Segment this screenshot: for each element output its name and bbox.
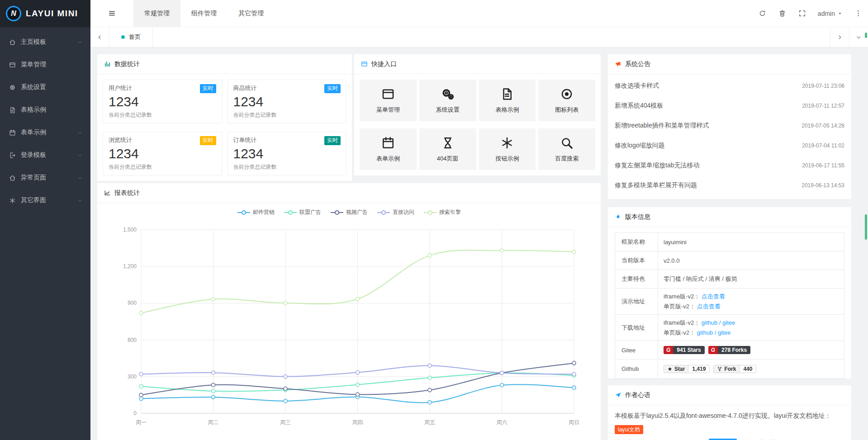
clear-cache-button[interactable]	[773, 0, 792, 27]
link-download-onepage-gitee[interactable]: gitee	[718, 329, 730, 336]
header-nav: 常规管理组件管理其它管理	[133, 0, 275, 27]
version-row-label: 演示地址	[615, 289, 658, 314]
legend-item-联盟广告[interactable]: 联盟广告	[284, 208, 321, 216]
fullscreen-button[interactable]	[792, 0, 812, 27]
svg-text:周四: 周四	[352, 419, 363, 426]
badge-gitee-forks[interactable]: G278 Forks	[708, 346, 750, 354]
svg-text:1,200: 1,200	[123, 263, 137, 270]
announcement-item: 修复多模块菜单栏展开有问题2019-06-13 14:53	[608, 175, 851, 195]
svg-text:周日: 周日	[569, 419, 579, 426]
header-nav-component-management[interactable]: 组件管理	[180, 0, 228, 27]
author-card-header: 作者心语	[608, 385, 851, 405]
window-icon	[381, 87, 395, 101]
stat-box-users: 用户统计实时1234当前分类总记录数	[103, 80, 222, 123]
badge-github-fork[interactable]: Fork440	[713, 365, 756, 373]
quick-entry-system-settings[interactable]: 系统设置	[419, 80, 476, 121]
fork-icon	[717, 366, 722, 372]
chart-card-header: 报表统计	[97, 183, 601, 203]
svg-text:300: 300	[128, 374, 137, 380]
sidebar-item-other-ui[interactable]: 其它界面	[0, 189, 90, 212]
legend-item-邮件营销[interactable]: 邮件营销	[237, 208, 275, 216]
header-nav-other-management[interactable]: 其它管理	[228, 0, 275, 27]
tab-home[interactable]: 首页	[109, 27, 153, 47]
link-demo-iframe-v2[interactable]: 点击查看	[702, 293, 725, 300]
star-icon	[667, 366, 673, 372]
quick-entry-baidu-search[interactable]: 百度搜索	[538, 128, 595, 170]
calendar-icon	[381, 136, 395, 150]
tabbar: 首页	[90, 27, 868, 47]
announcements-card-header: 系统公告	[608, 54, 851, 74]
announcement-item: 新增treetable插件和菜单管理样式2019-07-05 14:28	[608, 116, 851, 136]
announcement-item: 修复左侧菜单缩放tab无法移动2019-06-17 11:55	[608, 156, 851, 175]
quick-entry-label: 菜单管理	[376, 106, 400, 114]
sidebar-item-form-example[interactable]: 表单示例	[0, 121, 90, 144]
refresh-button[interactable]	[753, 0, 773, 27]
hourglass-icon	[441, 136, 455, 150]
tab-scroll-right-button[interactable]	[830, 27, 849, 47]
badge-gitee-stars[interactable]: G941 Stars	[664, 346, 705, 354]
legend-marker	[330, 210, 344, 215]
version-line: 单页版-v2： github / gitee	[664, 328, 839, 337]
quick-entry-table-example[interactable]: 表格示例	[479, 80, 536, 121]
legend-marker	[377, 210, 390, 215]
more-menu-button[interactable]	[848, 0, 868, 27]
quick-entry-menu-management[interactable]: 菜单管理	[360, 80, 417, 121]
sidebar-menu: 主页模板菜单管理系统设置表格示例表单示例登录模板异常页面其它界面	[0, 31, 90, 212]
legend-item-搜索引擎[interactable]: 搜索引擎	[423, 208, 461, 216]
sidebar-item-label: 系统设置	[21, 83, 46, 91]
sidebar-item-menu-management[interactable]: 菜单管理	[0, 53, 90, 76]
chevron-down-icon	[77, 40, 82, 45]
quick-entry-card: 快捷入口 菜单管理系统设置表格示例图标列表表单示例404页面按钮示例百度搜索	[354, 54, 601, 175]
sidebar-item-system-settings[interactable]: 系统设置	[0, 76, 90, 99]
tab-active-dot	[121, 35, 125, 39]
legend-label: 直接访问	[393, 208, 414, 216]
announcement-text: 新增系统404模板	[615, 102, 663, 110]
quick-entry-button-example[interactable]: 按钮示例	[479, 128, 536, 170]
more-vertical-icon	[854, 9, 862, 17]
sidebar-item-table-example[interactable]: 表格示例	[0, 99, 90, 121]
announcement-text: 修改选项卡样式	[615, 82, 659, 90]
tab-scroll-left-button[interactable]	[90, 27, 109, 47]
send-icon	[615, 392, 621, 398]
header-nav-regular-management[interactable]: 常规管理	[133, 0, 180, 27]
version-value: layuimini	[664, 239, 839, 246]
user-menu[interactable]: admin	[812, 0, 848, 27]
version-info-card: 版本信息 框架名称layuimini当前版本v2.0.0主要特色零门槛 / 响应…	[608, 207, 851, 378]
layui-docs-badge[interactable]: layui文档	[615, 425, 643, 434]
link-download-iframe-gitee[interactable]: gitee	[722, 319, 735, 326]
link-download-onepage-github[interactable]: github	[697, 329, 713, 336]
chevron-down-icon	[77, 175, 82, 180]
window-icon	[361, 61, 368, 67]
collapse-sidebar-button[interactable]	[90, 0, 133, 27]
sidebar-item-login-template[interactable]: 登录模板	[0, 144, 90, 166]
scrollbar-thumb[interactable]	[865, 214, 867, 240]
door-icon	[9, 152, 16, 159]
quick-entry-label: 按钮示例	[495, 155, 519, 163]
sidebar-item-home-template[interactable]: 主页模板	[0, 31, 90, 53]
legend-item-直接访问[interactable]: 直接访问	[377, 208, 414, 216]
scrollbar-thumb-top[interactable]	[865, 33, 867, 38]
stat-desc: 当前分类总记录数	[109, 163, 216, 171]
version-row-value: Star1,419Fork440	[658, 360, 844, 378]
svg-text:1,500: 1,500	[123, 227, 137, 233]
home-icon	[9, 175, 16, 181]
sidebar-item-label: 登录模板	[21, 151, 46, 159]
sidebar-item-error-pages[interactable]: 异常页面	[0, 166, 90, 189]
logo[interactable]: N LAYUI MINI	[0, 0, 90, 27]
version-row: 演示地址iframe版-v2： 点击查看单页版-v2： 点击查看	[615, 289, 844, 315]
badge-github-star[interactable]: Star1,419	[664, 365, 710, 373]
top-cards-row: 数据统计 用户统计实时1234当前分类总记录数商品统计实时1234当前分类总记录…	[97, 54, 601, 181]
home-icon	[9, 39, 16, 46]
quick-entry-form-example[interactable]: 表单示例	[360, 128, 417, 170]
announcement-text: 修改logo缩放问题	[615, 142, 664, 150]
version-row: 下载地址iframe版-v2： github / gitee单页版-v2： gi…	[615, 315, 844, 341]
link-demo-onepage-v2[interactable]: 点击查看	[697, 303, 721, 310]
legend-item-视频广告[interactable]: 视频广告	[330, 208, 368, 216]
header: 常规管理组件管理其它管理 admin	[90, 0, 868, 27]
link-download-iframe-github[interactable]: github	[702, 319, 717, 326]
announcement-item: 新增系统404模板2019-07-11 12:57	[608, 96, 851, 116]
quick-entry-page-404[interactable]: 404页面	[419, 128, 476, 170]
sidebar-item-label: 菜单管理	[21, 61, 46, 69]
quick-entry-icon-list[interactable]: 图标列表	[538, 80, 595, 121]
announcement-date: 2019-07-11 12:57	[802, 103, 844, 109]
